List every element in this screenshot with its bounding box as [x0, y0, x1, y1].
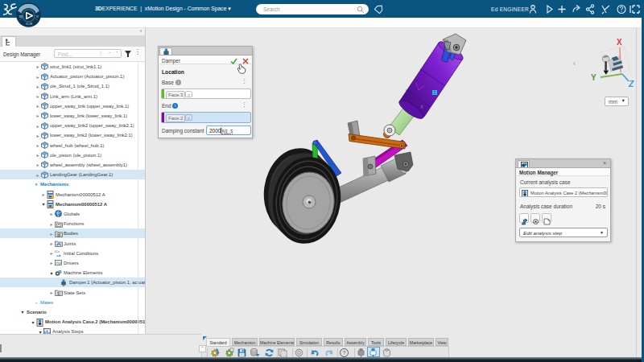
svg-text:Y: Y — [591, 73, 597, 82]
svg-text:V: V — [36, 14, 39, 19]
svg-text:X: X — [617, 38, 622, 47]
svg-text:V+R: V+R — [26, 22, 32, 26]
svg-text:ICs: ICs — [55, 249, 60, 253]
svg-text:3D: 3D — [19, 14, 23, 19]
svg-text:Z: Z — [628, 80, 634, 88]
svg-text:?: ? — [343, 350, 346, 356]
svg-text:X: X — [420, 105, 423, 109]
svg-text:Z: Z — [434, 90, 436, 95]
